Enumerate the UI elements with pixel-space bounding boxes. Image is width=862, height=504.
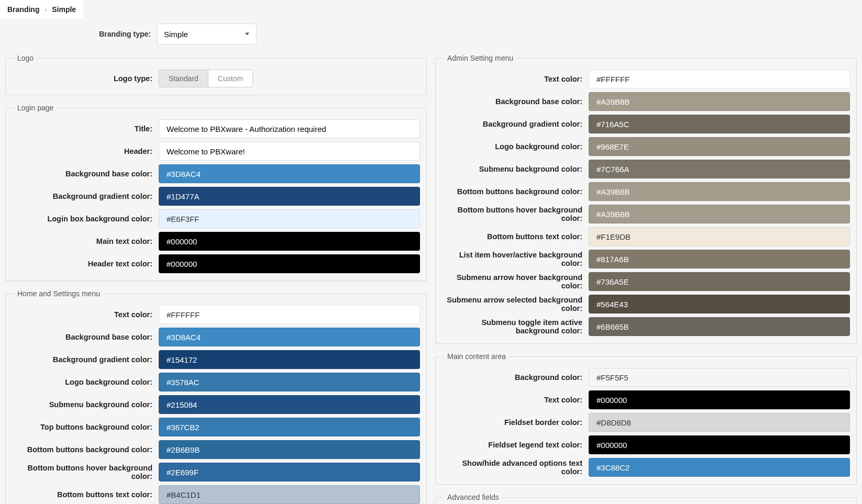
admin-menu-fieldset: Admin Setting menu Text color: Backgroun… [435,54,857,344]
home-text-color-input[interactable] [159,305,420,324]
admin-list-hover-input[interactable] [589,250,850,268]
login-header-label: Header: [12,147,159,155]
right-column: Admin Setting menu Text color: Backgroun… [435,54,857,504]
admin-bot-btn-hover-input[interactable] [589,205,850,223]
admin-bot-btn-bg-input[interactable] [589,182,850,201]
admin-legend: Admin Setting menu [444,54,516,62]
admin-toggle-active-label: Submenu toggle item active background co… [442,318,589,335]
admin-logo-bg-label: Logo background color: [442,142,589,151]
logo-type-custom[interactable]: Custom [208,70,252,87]
home-top-btn-bg-label: Top buttons background color: [12,423,159,431]
login-legend: Login page [14,104,57,112]
home-logo-bg-label: Logo background color: [12,378,159,386]
main-bg-input[interactable] [589,368,850,387]
home-submenu-bg-input[interactable] [159,395,420,414]
admin-arrow-hover-input[interactable] [589,272,850,291]
branding-type-label: Branding type: [10,30,157,38]
login-title-label: Title: [12,125,159,133]
home-bg-grad-label: Background gradient color: [12,355,159,364]
admin-bg-base-input[interactable] [589,92,850,111]
login-bg-grad-input[interactable] [159,187,420,206]
home-bot-btn-hover-label: Bottom buttons hover background color: [12,464,159,480]
admin-toggle-active-input[interactable] [589,317,850,336]
home-bot-btn-bg-input[interactable] [159,440,420,459]
admin-submenu-bg-label: Submenu background color: [442,165,589,173]
admin-arrow-sel-label: Submenu arrow selected background color: [442,296,589,312]
login-main-text-label: Main text color: [12,237,159,245]
advanced-fields-fieldset: Advanced fields Background color: [435,493,857,504]
advanced-legend: Advanced fields [444,493,502,501]
home-logo-bg-input[interactable] [159,373,420,391]
home-text-color-label: Text color: [12,310,159,319]
logo-type-toggle: Standard Custom [159,70,253,87]
main-adv-opt-input[interactable] [589,458,850,477]
admin-arrow-sel-input[interactable] [589,295,850,313]
home-bot-btn-bg-label: Bottom buttons background color: [12,445,159,454]
home-bg-base-input[interactable] [159,328,420,346]
home-top-btn-bg-input[interactable] [159,418,420,436]
main-fieldset-border-input[interactable] [589,413,850,432]
admin-bot-btn-text-input[interactable] [589,227,850,246]
admin-bg-grad-label: Background gradient color: [442,120,589,128]
admin-text-color-input[interactable] [589,70,850,88]
main-fieldset-border-label: Fieldset border color: [442,418,589,427]
logo-legend: Logo [14,54,37,62]
breadcrumb-root[interactable]: Branding [7,5,39,14]
login-main-text-input[interactable] [159,232,420,251]
branding-type-row: Branding type: Simple [5,24,857,44]
home-legend: Home and Settings menu [14,289,103,298]
login-page-fieldset: Login page Title: Header: Background bas… [5,104,427,281]
breadcrumb: Branding › Simple [0,0,84,19]
admin-text-color-label: Text color: [442,75,589,83]
home-bg-base-label: Background base color: [12,333,159,341]
logo-fieldset: Logo Logo type: Standard Custom [5,54,427,95]
main-text-label: Text color: [442,396,589,404]
home-bg-grad-input[interactable] [159,350,420,369]
login-title-input[interactable] [159,119,420,138]
admin-bg-base-label: Background base color: [442,97,589,106]
main-bg-label: Background color: [442,373,589,382]
left-column: Logo Logo type: Standard Custom Login pa… [5,54,427,504]
login-header-text-label: Header text color: [12,260,159,268]
main-fieldset-legend-input[interactable] [589,435,850,454]
home-settings-fieldset: Home and Settings menu Text color: Backg… [5,289,427,504]
logo-type-label: Logo type: [12,74,159,83]
admin-bg-grad-input[interactable] [589,115,850,133]
admin-bot-btn-bg-label: Bottom buttons background color: [442,187,589,196]
admin-logo-bg-input[interactable] [589,137,850,156]
home-bot-btn-text-input[interactable] [159,485,420,504]
main-fieldset-legend-label: Fieldset legend text color: [442,441,589,449]
main-adv-opt-label: Show/hide advanced options text color: [442,459,589,476]
main-text-input[interactable] [589,390,850,409]
admin-bot-btn-text-label: Bottom buttons text color: [442,232,589,241]
login-box-bg-label: Login box background color: [12,215,159,223]
admin-submenu-bg-input[interactable] [589,160,850,178]
logo-type-standard[interactable]: Standard [159,70,208,87]
branding-type-select[interactable]: Simple [157,24,257,44]
main-area-legend: Main content area [444,352,509,361]
home-bot-btn-text-label: Bottom buttons text color: [12,490,159,499]
login-bg-base-input[interactable] [159,164,420,183]
login-bg-base-label: Background base color: [12,170,159,178]
main-content-fieldset: Main content area Background color: Text… [435,352,857,485]
home-submenu-bg-label: Submenu background color: [12,400,159,409]
home-bot-btn-hover-input[interactable] [159,463,420,481]
login-header-input[interactable] [159,142,420,161]
login-bg-grad-label: Background gradient color: [12,192,159,200]
login-box-bg-input[interactable] [159,209,420,228]
chevron-right-icon: › [45,6,47,14]
admin-arrow-hover-label: Submenu arrow hover background color: [442,273,589,290]
admin-list-hover-label: List item hover/active background color: [442,251,589,267]
breadcrumb-current: Simple [52,5,76,14]
login-header-text-input[interactable] [159,254,420,273]
admin-bot-btn-hover-label: Bottom buttons hover background color: [442,206,589,222]
